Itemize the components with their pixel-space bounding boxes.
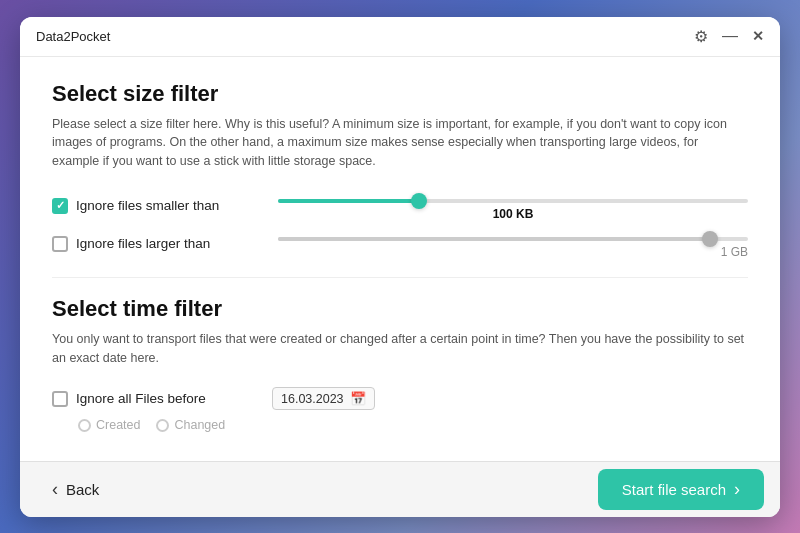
changed-radio[interactable]: Changed xyxy=(156,418,225,432)
close-icon[interactable]: ✕ xyxy=(752,28,764,44)
titlebar: Data2Pocket ⚙ — ✕ xyxy=(20,17,780,57)
date-input[interactable]: 16.03.2023 📅 xyxy=(272,387,375,410)
created-radio[interactable]: Created xyxy=(78,418,140,432)
time-filter-section: Select time filter You only want to tran… xyxy=(52,296,748,433)
max-size-label[interactable]: Ignore files larger than xyxy=(52,236,262,252)
radio-row: Created Changed xyxy=(78,418,748,432)
min-size-thumb[interactable] xyxy=(411,193,427,209)
size-filter-section: Select size filter Please select a size … xyxy=(52,81,748,259)
max-size-row: Ignore files larger than 1 GB xyxy=(52,229,748,259)
size-filter-heading: Select size filter xyxy=(52,81,748,107)
min-size-value: 100 KB xyxy=(493,207,534,221)
max-size-track[interactable] xyxy=(278,237,748,241)
created-radio-circle[interactable] xyxy=(78,419,91,432)
size-filter-desc: Please select a size filter here. Why is… xyxy=(52,115,748,171)
ignore-before-checkbox[interactable] xyxy=(52,391,68,407)
min-size-row: Ignore files smaller than 100 KB xyxy=(52,191,748,221)
changed-label: Changed xyxy=(174,418,225,432)
created-label: Created xyxy=(96,418,140,432)
time-filter-heading: Select time filter xyxy=(52,296,748,322)
window-controls: ⚙ — ✕ xyxy=(694,27,764,46)
date-value: 16.03.2023 xyxy=(281,392,344,406)
min-size-track[interactable] xyxy=(278,199,748,203)
app-title: Data2Pocket xyxy=(36,29,694,44)
ignore-before-label[interactable]: Ignore all Files before xyxy=(52,391,262,407)
max-size-slider-container: 1 GB xyxy=(278,229,748,259)
footer: ‹ Back Start file search › xyxy=(20,461,780,517)
min-size-slider-container: 100 KB xyxy=(278,191,748,221)
min-size-fill xyxy=(278,199,419,203)
min-size-checkbox[interactable] xyxy=(52,198,68,214)
time-filter-desc: You only want to transport files that we… xyxy=(52,330,748,368)
calendar-icon[interactable]: 📅 xyxy=(350,391,366,406)
start-label: Start file search xyxy=(622,481,726,498)
minimize-icon[interactable]: — xyxy=(722,27,738,45)
min-size-label[interactable]: Ignore files smaller than xyxy=(52,198,262,214)
back-label: Back xyxy=(66,481,99,498)
back-chevron-icon: ‹ xyxy=(52,479,58,500)
settings-icon[interactable]: ⚙ xyxy=(694,27,708,46)
max-size-thumb[interactable] xyxy=(702,231,718,247)
app-window: Data2Pocket ⚙ — ✕ Select size filter Ple… xyxy=(20,17,780,517)
section-divider xyxy=(52,277,748,278)
main-content: Select size filter Please select a size … xyxy=(20,57,780,461)
changed-radio-circle[interactable] xyxy=(156,419,169,432)
back-button[interactable]: ‹ Back xyxy=(36,471,115,508)
start-chevron-icon: › xyxy=(734,479,740,500)
max-size-value: 1 GB xyxy=(721,245,748,259)
max-size-fill xyxy=(278,237,710,241)
ignore-before-row: Ignore all Files before 16.03.2023 📅 xyxy=(52,387,748,410)
start-search-button[interactable]: Start file search › xyxy=(598,469,764,510)
max-size-checkbox[interactable] xyxy=(52,236,68,252)
